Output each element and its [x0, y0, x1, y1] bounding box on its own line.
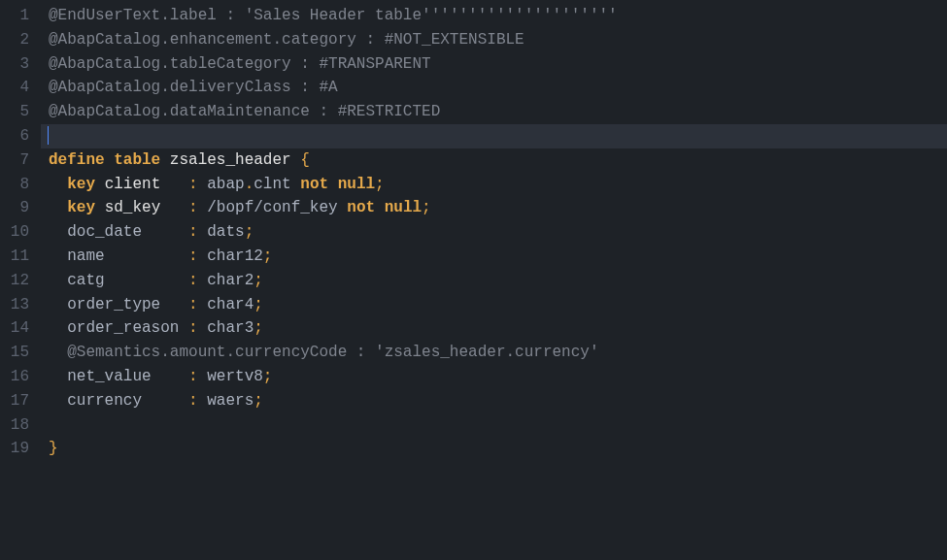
code-token: ;: [263, 247, 273, 265]
code-token: {: [300, 151, 310, 169]
code-token: char2: [207, 272, 254, 289]
code-token: wertv8: [207, 368, 263, 385]
code-token: name: [67, 247, 188, 265]
code-token: [160, 151, 170, 169]
code-token: waers: [207, 392, 254, 410]
code-token: clnt: [254, 176, 290, 193]
code-token: order_reason: [67, 319, 188, 337]
code-area[interactable]: @EndUserText.label : 'Sales Header table…: [41, 0, 947, 560]
line-number: 13: [8, 293, 29, 317]
code-token: abap: [207, 176, 244, 193]
code-token: @EndUserText.label :: [49, 7, 245, 24]
code-token: [49, 247, 67, 265]
code-line[interactable]: currency : waers;: [41, 389, 947, 413]
code-token: zsales_header: [170, 151, 291, 169]
code-token: define table: [49, 151, 160, 169]
code-line[interactable]: doc_date : dats;: [41, 220, 947, 245]
code-token: /bopf/conf_key: [207, 199, 337, 216]
code-token: char12: [207, 247, 263, 265]
code-token: sd_key: [105, 199, 188, 216]
code-line[interactable]: @AbapCatalog.dataMaintenance : #RESTRICT…: [41, 100, 947, 124]
code-token: :: [188, 199, 207, 216]
code-token: [95, 199, 105, 216]
code-token: 'Sales Header table''''''''''''''''''''': [245, 7, 618, 24]
line-number: 1: [8, 4, 29, 28]
line-number: 18: [8, 413, 29, 438]
code-line[interactable]: order_reason : char3;: [41, 316, 947, 341]
code-token: key: [67, 176, 95, 193]
line-number: 19: [8, 437, 29, 461]
code-token: ;: [254, 392, 263, 410]
code-line[interactable]: @Semantics.amount.currencyCode : 'zsales…: [41, 341, 947, 365]
code-line[interactable]: @EndUserText.label : 'Sales Header table…: [41, 4, 947, 28]
line-number: 12: [8, 269, 29, 293]
code-line[interactable]: net_value : wertv8;: [41, 365, 947, 389]
code-token: [338, 199, 348, 216]
line-number: 17: [8, 389, 29, 413]
code-token: :: [188, 319, 207, 337]
text-cursor: [48, 126, 49, 145]
code-token: ;: [254, 296, 263, 313]
code-line[interactable]: [41, 413, 947, 438]
code-token: @AbapCatalog.deliveryClass : #A: [49, 79, 338, 96]
code-token: :: [188, 176, 207, 193]
code-token: :: [188, 392, 207, 410]
code-token: ;: [375, 176, 385, 193]
code-token: char3: [207, 319, 254, 337]
code-token: [49, 199, 67, 216]
line-number: 5: [8, 100, 29, 124]
code-line[interactable]: @AbapCatalog.deliveryClass : #A: [41, 76, 947, 100]
code-line[interactable]: @AbapCatalog.enhancement.category : #NOT…: [41, 28, 947, 52]
code-token: :: [188, 223, 207, 241]
code-token: @AbapCatalog.enhancement.category : #NOT…: [49, 31, 524, 49]
code-line[interactable]: key client : abap.clnt not null;: [41, 173, 947, 197]
line-number: 3: [8, 52, 29, 77]
code-token: ;: [254, 319, 263, 337]
code-token: [49, 296, 67, 313]
code-line[interactable]: }: [41, 437, 947, 461]
code-token: [291, 151, 301, 169]
code-token: key: [67, 199, 95, 216]
code-line[interactable]: catg : char2;: [41, 269, 947, 293]
code-token: currency: [67, 392, 188, 410]
code-token: @AbapCatalog.dataMaintenance : #RESTRICT…: [49, 103, 440, 120]
line-number: 11: [8, 245, 29, 269]
code-token: [49, 272, 67, 289]
code-editor[interactable]: 12345678910111213141516171819 @EndUserTe…: [0, 0, 947, 560]
code-token: not null: [300, 176, 375, 193]
code-token: [49, 392, 67, 410]
code-token: :: [188, 296, 207, 313]
line-number-gutter: 12345678910111213141516171819: [0, 0, 41, 560]
code-token: [49, 319, 67, 337]
line-number: 10: [8, 220, 29, 245]
code-token: @AbapCatalog.tableCategory : #TRANSPAREN…: [49, 55, 431, 73]
code-token: client: [105, 176, 188, 193]
code-line[interactable]: order_type : char4;: [41, 293, 947, 317]
line-number: 4: [8, 76, 29, 100]
code-token: :: [188, 247, 207, 265]
line-number: 15: [8, 341, 29, 365]
code-token: [49, 176, 67, 193]
line-number: 9: [8, 196, 29, 220]
code-token: }: [49, 440, 58, 457]
code-token: ;: [422, 199, 431, 216]
code-line[interactable]: key sd_key : /bopf/conf_key not null;: [41, 196, 947, 220]
line-number: 2: [8, 28, 29, 52]
code-token: order_type: [67, 296, 188, 313]
code-token: [49, 368, 67, 385]
code-token: doc_date: [67, 223, 188, 241]
code-line[interactable]: @AbapCatalog.tableCategory : #TRANSPAREN…: [41, 52, 947, 77]
code-token: :: [188, 272, 207, 289]
code-token: ;: [254, 272, 263, 289]
code-line[interactable]: define table zsales_header {: [41, 148, 947, 173]
code-line[interactable]: name : char12;: [41, 245, 947, 269]
line-number: 14: [8, 316, 29, 341]
code-token: @Semantics.amount.currencyCode : 'zsales…: [67, 344, 598, 361]
code-token: [291, 176, 301, 193]
code-token: .: [245, 176, 254, 193]
code-token: ;: [263, 368, 273, 385]
code-line[interactable]: [41, 124, 947, 148]
line-number: 6: [8, 124, 29, 148]
code-token: catg: [67, 272, 188, 289]
code-token: :: [188, 368, 207, 385]
